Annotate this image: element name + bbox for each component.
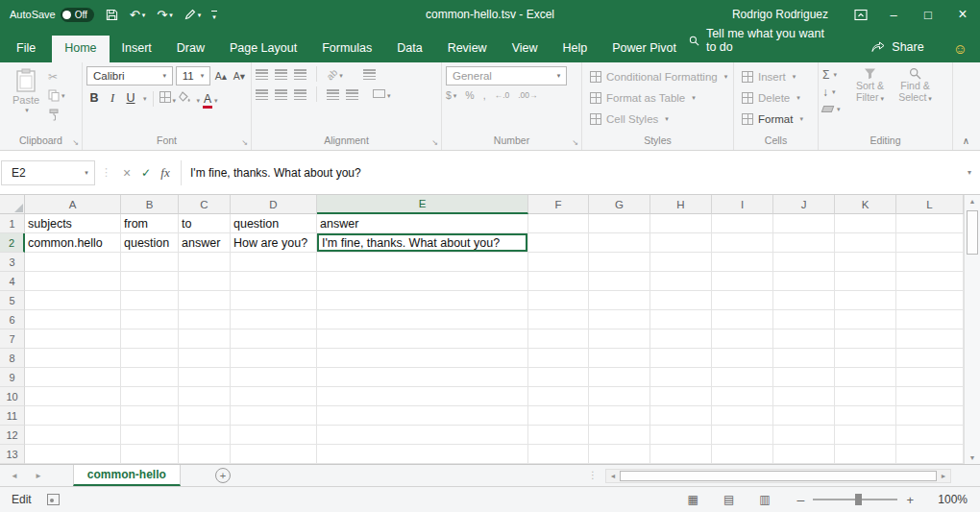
row-header-9[interactable]: 9 — [0, 368, 25, 387]
cell-E11[interactable] — [317, 406, 528, 426]
format-cells-button[interactable]: Format▾ — [738, 109, 814, 129]
ribbon-tab-help[interactable]: Help — [551, 36, 600, 62]
cancel-button[interactable]: × — [117, 166, 136, 180]
delete-cells-button[interactable]: Delete▾ — [738, 87, 814, 108]
name-box[interactable]: E2 ▾ — [1, 160, 95, 185]
cell-I11[interactable] — [712, 406, 773, 426]
cell-E6[interactable] — [317, 310, 528, 329]
cell-D7[interactable] — [231, 329, 317, 349]
cell-C9[interactable] — [179, 368, 231, 387]
cell-G11[interactable] — [589, 406, 650, 426]
cell-D5[interactable] — [231, 291, 317, 310]
row-header-11[interactable]: 11 — [0, 406, 25, 426]
cell-L10[interactable] — [896, 387, 964, 406]
cell-J4[interactable] — [773, 272, 835, 291]
cell-C5[interactable] — [179, 291, 231, 310]
cell-B2[interactable]: question — [121, 233, 179, 253]
cell-F1[interactable] — [528, 214, 589, 233]
column-header-L[interactable]: L — [896, 195, 964, 214]
sheet-bar-handle[interactable]: ⋮ — [588, 470, 598, 480]
cell-F13[interactable] — [528, 445, 589, 464]
copy-button[interactable]: ▾ — [48, 88, 65, 103]
cell-B1[interactable]: from — [121, 214, 179, 233]
cell-H4[interactable] — [650, 272, 712, 291]
horizontal-scrollbar-thumb[interactable] — [620, 471, 937, 481]
cell-K8[interactable] — [835, 349, 896, 368]
customize-qat-button[interactable]: ▾ — [212, 10, 216, 20]
user-name[interactable]: Rodrigo Rodriguez — [732, 8, 828, 21]
save-button[interactable] — [106, 9, 118, 21]
touch-mode-button[interactable]: ▾ — [184, 9, 202, 20]
cell-L1[interactable] — [896, 214, 964, 233]
expand-formula-bar-button[interactable]: ▾ — [968, 168, 971, 177]
row-header-2[interactable]: 2 — [0, 233, 25, 253]
cell-G4[interactable] — [589, 272, 650, 291]
row-header-4[interactable]: 4 — [0, 272, 25, 291]
scroll-left-icon[interactable]: ◄ — [606, 473, 620, 479]
font-name-select[interactable]: Calibri▾ — [86, 66, 173, 85]
cell-B12[interactable] — [121, 426, 179, 445]
column-header-H[interactable]: H — [650, 195, 712, 214]
cell-H3[interactable] — [650, 253, 712, 272]
cell-C6[interactable] — [179, 310, 231, 329]
cell-L5[interactable] — [896, 291, 964, 310]
cell-A9[interactable] — [25, 368, 121, 387]
cell-H12[interactable] — [650, 426, 712, 445]
clear-button[interactable]: ▾ — [822, 102, 847, 116]
merge-center-button[interactable]: ▾ — [373, 87, 391, 101]
scroll-up-icon[interactable]: ▲ — [965, 198, 980, 205]
cell-L12[interactable] — [896, 426, 964, 445]
cell-E13[interactable] — [317, 445, 528, 464]
cell-G12[interactable] — [589, 426, 650, 445]
cell-J11[interactable] — [773, 406, 835, 426]
zoom-level[interactable]: 100% — [931, 493, 968, 506]
cell-I2[interactable] — [712, 233, 773, 253]
underline-button[interactable]: U — [123, 90, 138, 107]
cell-D9[interactable] — [231, 368, 317, 387]
cell-H11[interactable] — [650, 406, 712, 426]
zoom-in-button[interactable]: + — [906, 493, 914, 507]
ribbon-tab-insert[interactable]: Insert — [110, 36, 164, 62]
cell-I3[interactable] — [712, 253, 773, 272]
ribbon-tab-data[interactable]: Data — [384, 36, 434, 62]
cell-C8[interactable] — [179, 349, 231, 368]
cell-H8[interactable] — [650, 349, 712, 368]
cell-D4[interactable] — [231, 272, 317, 291]
cell-I6[interactable] — [712, 310, 773, 329]
tell-me-search[interactable]: Tell me what you want to do — [689, 27, 831, 62]
cell-F5[interactable] — [528, 291, 589, 310]
column-header-F[interactable]: F — [528, 195, 589, 214]
cell-J1[interactable] — [773, 214, 835, 233]
collapse-ribbon-button[interactable]: ∧ — [963, 135, 969, 146]
cell-L9[interactable] — [896, 368, 964, 387]
cell-D6[interactable] — [231, 310, 317, 329]
cell-B11[interactable] — [121, 406, 179, 426]
formula-input[interactable]: I'm fine, thanks. What about you? — [187, 166, 968, 180]
cell-D11[interactable] — [231, 406, 317, 426]
cell-A5[interactable] — [25, 291, 121, 310]
cell-D13[interactable] — [231, 445, 317, 464]
cell-B7[interactable] — [121, 329, 179, 349]
cell-H10[interactable] — [650, 387, 712, 406]
cell-I12[interactable] — [712, 426, 773, 445]
align-left-button[interactable] — [256, 89, 268, 100]
ribbon-tab-draw[interactable]: Draw — [164, 36, 217, 62]
cell-D8[interactable] — [231, 349, 317, 368]
column-header-C[interactable]: C — [179, 195, 231, 214]
decrease-font-size-button[interactable]: A▾ — [232, 68, 247, 85]
cell-J10[interactable] — [773, 387, 835, 406]
cell-A1[interactable]: subjects — [25, 214, 121, 233]
decrease-decimal-button[interactable]: .00→ — [518, 91, 537, 100]
cell-F12[interactable] — [528, 426, 589, 445]
cell-D3[interactable] — [231, 253, 317, 272]
cell-L8[interactable] — [896, 349, 964, 368]
cell-B6[interactable] — [121, 310, 179, 329]
cell-I5[interactable] — [712, 291, 773, 310]
font-size-select[interactable]: 11▾ — [176, 66, 210, 85]
font-color-button[interactable]: A▾ — [203, 92, 218, 106]
redo-button[interactable]: ↷▾ — [157, 9, 172, 21]
page-break-view-button[interactable]: ▥ — [759, 493, 770, 506]
column-header-K[interactable]: K — [835, 195, 896, 214]
cell-A8[interactable] — [25, 349, 121, 368]
ribbon-tab-page-layout[interactable]: Page Layout — [217, 36, 309, 62]
